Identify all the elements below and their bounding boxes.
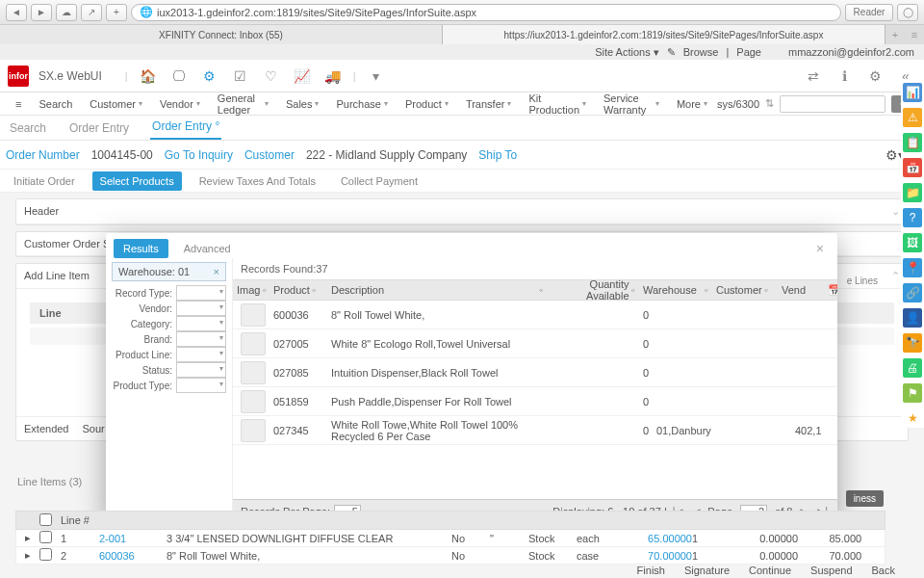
table-row[interactable]: 027085Intuition Dispenser,Black Roll Tow… <box>233 358 837 387</box>
customer-link[interactable]: Customer <box>244 148 295 162</box>
subtab-sour[interactable]: Sour <box>82 423 104 434</box>
sb-cal-icon[interactable]: 📅 <box>903 158 922 177</box>
table-row[interactable]: 027345White Roll Towe,White Roll Towel 1… <box>233 416 837 445</box>
filter-select[interactable] <box>176 378 226 393</box>
tab-order-entry-2[interactable]: Order Entry ° <box>150 115 221 140</box>
menu-icon[interactable]: ≡ <box>8 95 29 113</box>
info-icon[interactable]: ℹ <box>834 66 855 87</box>
edit-icon[interactable]: ✎ <box>667 46 676 59</box>
footer-signature[interactable]: Signature <box>684 565 730 576</box>
panel-header[interactable]: Header⌄ <box>15 198 909 225</box>
search-input[interactable] <box>780 95 886 113</box>
gear-icon[interactable]: ⚙ <box>864 66 886 87</box>
stop-button[interactable]: ◯ <box>897 4 918 21</box>
dropdown-icon[interactable]: ▾ <box>366 66 387 87</box>
step-review[interactable]: Review Taxes And Totals <box>192 171 323 191</box>
sb-clip-icon[interactable]: 📋 <box>903 133 922 152</box>
sb-link-icon[interactable]: 🔗 <box>903 283 922 302</box>
order-number-link[interactable]: Order Number <box>6 148 80 162</box>
share-icon[interactable]: ↗ <box>81 4 102 21</box>
back-button[interactable]: ◄ <box>6 4 27 21</box>
heart-icon[interactable]: ♡ <box>261 66 282 87</box>
filter-select[interactable] <box>176 316 226 331</box>
sys-toggle-icon[interactable]: ⇅ <box>765 97 774 110</box>
menu-more[interactable]: More▾ <box>669 95 715 113</box>
tab-order-entry-1[interactable]: Order Entry <box>67 117 131 140</box>
sb-user-icon[interactable]: 👤 <box>903 308 922 328</box>
browse-link[interactable]: Browse <box>683 46 719 58</box>
calendar-icon[interactable]: 📅 <box>824 284 837 297</box>
cloud-icon[interactable]: ☁ <box>56 4 77 21</box>
menu-gl[interactable]: General Ledger▾ <box>210 90 276 118</box>
page-link[interactable]: Page <box>736 46 761 58</box>
url-bar[interactable]: 🌐iux2013-1.gdeinfor2.com:1819/sites/Site… <box>131 4 841 21</box>
site-actions[interactable]: Site Actions ▾ <box>595 46 659 59</box>
monitor-icon[interactable]: 🖵 <box>168 66 190 87</box>
filter-select[interactable] <box>176 362 226 378</box>
tab-search[interactable]: Search <box>8 117 48 140</box>
filter-select[interactable] <box>176 301 226 316</box>
step-collect[interactable]: Collect Payment <box>333 171 425 191</box>
row-checkbox[interactable] <box>39 548 52 561</box>
menu-vendor[interactable]: Vendor▾ <box>152 95 208 113</box>
home-icon[interactable]: 🏠 <box>138 66 159 87</box>
footer-suspend[interactable]: Suspend <box>810 565 852 576</box>
filter-select[interactable] <box>176 347 226 362</box>
browser-tab-2[interactable]: https://iux2013-1.gdeinfor2.com:1819/sit… <box>443 25 886 44</box>
expand-icon[interactable]: ▸ <box>16 532 39 544</box>
table-row[interactable]: 051859Push Paddle,Dispenser For Roll Tow… <box>233 387 837 416</box>
menu-service[interactable]: Service Warranty▾ <box>596 90 667 118</box>
filter-select[interactable] <box>176 331 226 347</box>
select-all-checkbox[interactable] <box>39 513 52 526</box>
step-initiate[interactable]: Initiate Order <box>6 171 83 191</box>
sb-star-icon[interactable]: ★ <box>903 408 922 428</box>
sb-flag-icon[interactable]: ⚑ <box>903 383 922 403</box>
business-button[interactable]: iness <box>846 490 884 507</box>
add-button[interactable]: + <box>106 4 127 21</box>
warehouse-chip[interactable]: Warehouse: 01× <box>112 262 226 281</box>
subtab-extended[interactable]: Extended <box>24 423 68 434</box>
grid-row[interactable]: ▸12-0013 3/4" LENSED DOWNLIGHT DIFFUSE C… <box>15 530 886 547</box>
menu-product[interactable]: Product▾ <box>398 95 456 113</box>
close-icon[interactable]: × <box>810 241 830 256</box>
line-items-label[interactable]: Line Items (3) <box>17 476 82 487</box>
chart-icon[interactable]: 📈 <box>292 66 313 87</box>
grid-row[interactable]: ▸26000368" Roll Towel White,NoStockcase7… <box>15 547 886 565</box>
menu-search[interactable]: Search <box>31 95 80 113</box>
modal-tab-results[interactable]: Results <box>114 239 168 258</box>
sb-folder-icon[interactable]: 📁 <box>903 183 922 202</box>
footer-continue[interactable]: Continue <box>749 565 791 576</box>
sb-image-icon[interactable]: 🖼 <box>903 233 922 252</box>
expand-icon[interactable]: ▸ <box>16 549 39 562</box>
menu-transfer[interactable]: Transfer▾ <box>458 95 520 113</box>
footer-back[interactable]: Back <box>872 565 895 576</box>
sb-pin-icon[interactable]: 📍 <box>903 258 922 277</box>
sb-chart-icon[interactable]: 📊 <box>903 83 922 102</box>
forward-button[interactable]: ► <box>31 4 52 21</box>
filter-select[interactable] <box>176 285 226 301</box>
sb-alert-icon[interactable]: ⚠ <box>903 108 922 127</box>
chip-clear-icon[interactable]: × <box>214 266 219 277</box>
browser-tab-1[interactable]: XFINITY Connect: Inbox (55) <box>0 25 443 44</box>
truck-icon[interactable]: 🚚 <box>322 66 344 87</box>
row-checkbox[interactable] <box>39 531 52 543</box>
share-app-icon[interactable]: ⇄ <box>803 66 824 87</box>
sb-help-icon[interactable]: ? <box>903 208 922 227</box>
menu-kit[interactable]: Kit Production▾ <box>521 90 594 118</box>
step-select-products[interactable]: Select Products <box>92 171 182 191</box>
goto-inquiry-link[interactable]: Go To Inquiry <box>165 148 233 162</box>
sb-binoc-icon[interactable]: 🔭 <box>903 333 922 353</box>
menu-sales[interactable]: Sales▾ <box>278 95 327 113</box>
forklift-icon[interactable]: ⚙ <box>199 66 220 87</box>
reader-button[interactable]: Reader <box>845 4 893 21</box>
tab-add-icon[interactable]: + <box>886 25 905 44</box>
shipto-link[interactable]: Ship To <box>478 148 517 162</box>
menu-customer[interactable]: Customer▾ <box>82 95 150 113</box>
footer-finish[interactable]: Finish <box>637 565 665 576</box>
menu-purchase[interactable]: Purchase▾ <box>328 95 395 113</box>
tab-menu-icon[interactable]: ≡ <box>905 25 924 44</box>
sb-print-icon[interactable]: 🖨 <box>903 358 922 378</box>
table-row[interactable]: 027005White 8" Ecologo Roll,Towel Univer… <box>233 329 837 358</box>
table-row[interactable]: 6000368" Roll Towel White,0 <box>233 301 837 329</box>
modal-tab-advanced[interactable]: Advanced <box>174 239 241 258</box>
